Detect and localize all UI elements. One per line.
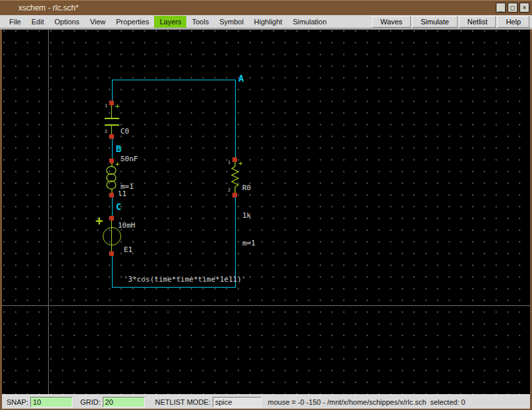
r0-value: 1k [242, 211, 277, 220]
maximize-button[interactable]: □ [508, 3, 518, 13]
titlebar[interactable]: xschem - rlc.sch* _ □ × [0, 1, 532, 15]
menu-simulation[interactable]: Simulation [288, 16, 332, 28]
origin-axis-horizontal [2, 305, 530, 306]
c0-lead-top [111, 105, 112, 118]
netlist-mode-input[interactable] [213, 397, 261, 407]
c0-pin-2 [109, 134, 114, 139]
e1-plus-mark: + [95, 215, 103, 226]
statusbar: SNAP: GRID: NETLIST MODE: mouse = -0 -15… [2, 394, 530, 409]
r0-pin-1 [232, 157, 237, 162]
c0-value: 50nF [120, 155, 155, 164]
c0-plus-mark: + [115, 103, 120, 110]
grid-input[interactable] [103, 397, 145, 407]
l1-pin-2 [109, 193, 114, 197]
window-controls: _ □ × [496, 3, 529, 13]
menu-file[interactable]: File [4, 16, 26, 28]
window-title: xschem - rlc.sch* [18, 3, 78, 13]
menu-options[interactable]: Options [49, 16, 85, 28]
simulate-button[interactable]: Simulate [412, 16, 458, 28]
menu-edit[interactable]: Edit [26, 16, 49, 28]
menu-view[interactable]: View [85, 16, 111, 28]
r0-zigzag [231, 162, 239, 193]
wire-left-4[interactable] [112, 256, 113, 287]
net-label-a[interactable]: A [238, 73, 244, 84]
menu-tools[interactable]: Tools [186, 16, 214, 28]
e1-pin-2 [109, 251, 114, 256]
netlist-button[interactable]: Netlist [459, 16, 496, 28]
wire-right-1[interactable] [235, 80, 236, 157]
menu-highlight[interactable]: Highlight [249, 16, 288, 28]
help-button[interactable]: Help [497, 16, 529, 28]
r0-pin2-number: 2 [228, 188, 230, 193]
e1-pin-1 [109, 216, 114, 220]
menubar: File Edit Options View Properties Layers… [0, 15, 532, 30]
c0-lead-bottom [111, 126, 112, 134]
snap-input[interactable] [30, 397, 72, 407]
r0-pin-2 [232, 193, 237, 197]
r0-name: R0 [242, 184, 277, 193]
mouse-status-text: mouse = -0 -150 - /mnt/x/home/schippes/x… [268, 398, 466, 406]
e1-name: E1 [124, 245, 246, 255]
wire-top[interactable] [112, 80, 236, 80]
c0-plate-top [105, 118, 119, 119]
xschem-window: xschem - rlc.sch* _ □ × File Edit Option… [0, 0, 532, 410]
r0-pin1-number: 1 [228, 161, 230, 165]
l1-name: l1 [118, 189, 153, 199]
schematic-canvas[interactable]: A B C 1 + 2 C0 50nF m=1 + [2, 30, 530, 394]
e1-circle [103, 227, 121, 245]
c0-pin-1 [109, 101, 114, 105]
e1-value: '3*cos(time*time*time*1e11)' [124, 274, 246, 284]
netlist-mode-label: NETLIST MODE: [155, 398, 211, 406]
c0-name: C0 [120, 127, 155, 136]
c0-plate-bottom [105, 124, 119, 126]
wire-left-1[interactable] [112, 80, 113, 101]
c0-pin2-number: 2 [105, 130, 107, 134]
l1-coil [106, 163, 118, 193]
menu-layers[interactable]: Layers [154, 16, 186, 28]
waves-button[interactable]: Waves [372, 16, 411, 28]
close-button[interactable]: × [519, 3, 529, 13]
wire-left-3[interactable] [112, 197, 113, 216]
menu-properties[interactable]: Properties [111, 16, 154, 28]
l1-pin-1 [109, 159, 114, 163]
r0-mult: m=1 [242, 239, 277, 248]
c0-pin1-number: 1 [105, 104, 107, 109]
wire-left-2[interactable] [112, 139, 113, 159]
minimize-button[interactable]: _ [496, 3, 506, 13]
menu-symbol[interactable]: Symbol [214, 16, 249, 28]
snap-label: SNAP: [7, 398, 28, 406]
origin-axis-vertical [48, 30, 49, 394]
grid-label: GRID: [80, 398, 101, 406]
